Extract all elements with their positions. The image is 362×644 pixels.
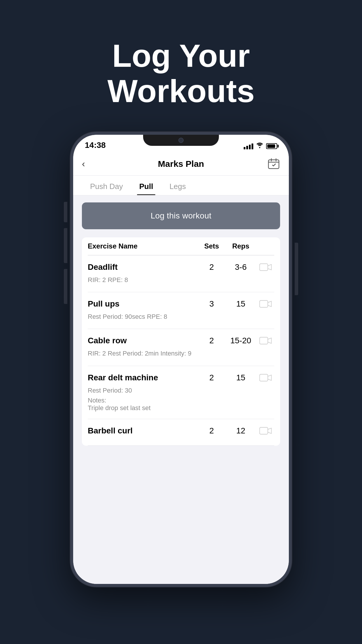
hero-title: Log Your Workouts bbox=[107, 38, 254, 108]
side-button-mute bbox=[64, 202, 67, 222]
exercise-meta: Rest Period: 30 bbox=[88, 385, 274, 396]
calendar-button[interactable] bbox=[266, 158, 280, 170]
svg-rect-6 bbox=[260, 301, 268, 307]
exercise-name: Cable row bbox=[88, 336, 198, 345]
tab-legs[interactable]: Legs bbox=[161, 176, 194, 195]
phone-screen: 14:38 bbox=[73, 135, 289, 584]
header-reps: Reps bbox=[225, 242, 257, 250]
page-title: Marks Plan bbox=[158, 159, 204, 169]
table-row: Deadlift 2 3-6 RIR: 2 RPE: 8 bbox=[88, 255, 274, 292]
tab-pull[interactable]: Pull bbox=[131, 176, 161, 195]
tab-push-day[interactable]: Push Day bbox=[82, 176, 131, 195]
tab-bar: Push Day Pull Legs bbox=[73, 176, 289, 195]
video-button[interactable] bbox=[257, 426, 274, 435]
video-button[interactable] bbox=[257, 336, 274, 345]
wifi-icon bbox=[256, 142, 263, 150]
svg-rect-8 bbox=[260, 374, 268, 381]
exercise-sets: 3 bbox=[198, 299, 225, 309]
status-time: 14:38 bbox=[85, 141, 106, 150]
svg-rect-5 bbox=[260, 264, 268, 270]
phone-frame: 14:38 bbox=[70, 132, 292, 587]
exercise-name: Deadlift bbox=[88, 262, 198, 272]
table-row: Rear delt machine 2 15 Rest Period: 30 N… bbox=[88, 366, 274, 419]
exercise-name: Barbell curl bbox=[88, 426, 198, 435]
exercise-sets: 2 bbox=[198, 373, 225, 382]
front-camera bbox=[178, 138, 184, 143]
table-row: Pull ups 3 15 Rest Period: 90secs RPE: 8 bbox=[88, 292, 274, 329]
exercise-sets: 2 bbox=[198, 262, 225, 272]
exercise-reps: 15-20 bbox=[225, 336, 257, 345]
exercise-name: Rear delt machine bbox=[88, 373, 198, 382]
exercise-meta: Rest Period: 90secs RPE: 8 bbox=[88, 312, 274, 322]
svg-rect-1 bbox=[268, 160, 279, 169]
table-row: Cable row 2 15-20 RIR: 2 Rest Period: 2m… bbox=[88, 329, 274, 366]
svg-rect-7 bbox=[260, 337, 268, 344]
video-button[interactable] bbox=[257, 263, 274, 272]
exercise-reps: 15 bbox=[225, 373, 257, 382]
video-button[interactable] bbox=[257, 300, 274, 308]
exercise-table: Exercise Name Sets Reps Deadlift 2 3-6 R… bbox=[82, 237, 280, 446]
calendar-icon bbox=[267, 158, 280, 170]
status-icons bbox=[244, 142, 277, 150]
exercise-sets: 2 bbox=[198, 336, 225, 345]
exercise-reps: 15 bbox=[225, 299, 257, 309]
video-button[interactable] bbox=[257, 373, 274, 382]
header-sets: Sets bbox=[198, 242, 225, 250]
exercise-meta: RIR: 2 Rest Period: 2min Intensity: 9 bbox=[88, 348, 274, 358]
exercise-list: Deadlift 2 3-6 RIR: 2 RPE: 8 Pull ups 3 … bbox=[88, 255, 274, 446]
phone-mockup: 14:38 bbox=[70, 132, 292, 644]
screen-content: Log this workout Exercise Name Sets Reps… bbox=[73, 195, 289, 584]
side-button-power bbox=[295, 243, 298, 295]
notes-label: Notes: bbox=[88, 397, 274, 404]
back-button[interactable]: ‹ bbox=[82, 158, 96, 169]
battery-icon bbox=[266, 143, 277, 149]
side-button-vol-down bbox=[64, 269, 67, 304]
table-header: Exercise Name Sets Reps bbox=[88, 237, 274, 255]
signal-icon bbox=[244, 143, 253, 149]
svg-point-0 bbox=[259, 147, 260, 148]
header-exercise-name: Exercise Name bbox=[88, 242, 198, 250]
notes-text: Triple drop set last set bbox=[88, 404, 274, 412]
exercise-name: Pull ups bbox=[88, 299, 198, 309]
svg-rect-9 bbox=[260, 427, 268, 434]
exercise-reps: 3-6 bbox=[225, 262, 257, 272]
exercise-meta: RIR: 2 RPE: 8 bbox=[88, 275, 274, 285]
log-workout-button[interactable]: Log this workout bbox=[82, 202, 280, 229]
table-row: Barbell curl 2 12 bbox=[88, 419, 274, 446]
nav-header: ‹ Marks Plan bbox=[73, 152, 289, 176]
exercise-sets: 2 bbox=[198, 426, 225, 435]
side-button-vol-up bbox=[64, 228, 67, 263]
phone-notch bbox=[143, 135, 219, 146]
exercise-reps: 12 bbox=[225, 426, 257, 435]
